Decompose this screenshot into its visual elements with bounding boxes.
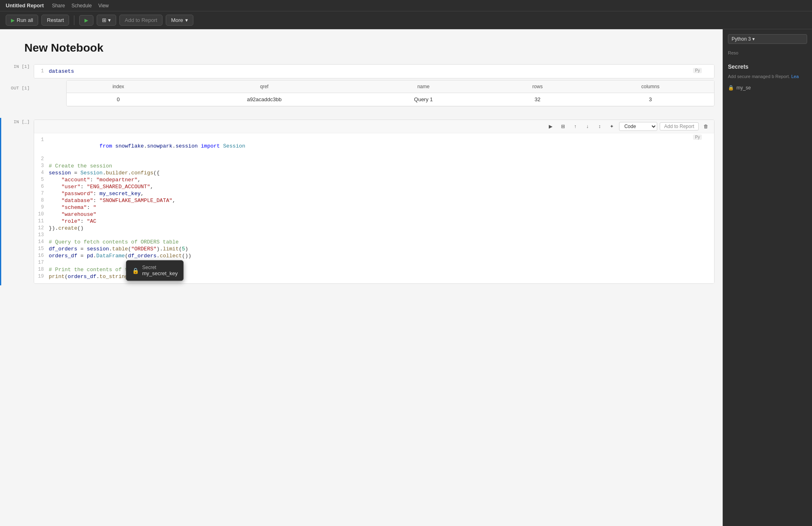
right-panel: Python 3 ▾ Reso Secrets Add secure manag… xyxy=(723,29,812,526)
code-line-9: 9 "schema": " xyxy=(34,204,714,211)
py-badge-1: Py xyxy=(693,68,702,73)
lock-icon: 🔒 xyxy=(132,267,139,274)
menu-schedule[interactable]: Schedule xyxy=(71,3,92,9)
code-line-6: 6 "user": "ENG_SHARED_ACCOUNT", xyxy=(34,183,714,190)
tooltip-text: Secret my_secret_key xyxy=(142,265,178,276)
run-icon: ▶ xyxy=(84,17,88,23)
cell-2-input-row: IN [_] ▶ ⊞ ↑ ↓ ↕ ✦ Code Markdown xyxy=(0,118,723,285)
play-icon: ▶ xyxy=(11,17,15,23)
run-cell-btn[interactable]: ▶ xyxy=(546,122,556,131)
move-down-btn[interactable]: ↓ xyxy=(582,122,592,131)
code-line-12: 12 }).create() xyxy=(34,225,714,232)
notebook-title: New Notebook xyxy=(24,41,698,54)
notebook-area: New Notebook IN [1] 1 datasets Py xyxy=(0,29,723,526)
add-cell-button[interactable]: ⊞ ▾ xyxy=(97,15,116,26)
window-title: Untitled Report xyxy=(6,2,44,9)
cell-add-report-btn[interactable]: Add to Report xyxy=(660,122,699,130)
col-columns: columns xyxy=(587,80,714,93)
resource-label: Reso xyxy=(728,50,807,55)
secret-name: my_se xyxy=(736,85,751,91)
col-name: name xyxy=(359,80,489,93)
code-line-2: 2 xyxy=(34,156,714,163)
secret-tooltip: 🔒 Secret my_secret_key xyxy=(126,260,184,281)
tooltip-value: my_secret_key xyxy=(142,270,178,276)
menu-share[interactable]: Share xyxy=(52,3,65,9)
output-table: index qref name rows columns 0 a92acaddc… xyxy=(67,80,714,106)
add-below-btn[interactable]: ⊞ xyxy=(558,122,568,131)
code-line-3: 3 # Create the session xyxy=(34,163,714,170)
collapse-btn[interactable]: ↕ xyxy=(595,122,604,131)
py-badge-2: Py xyxy=(693,135,702,140)
output-table-container: index qref name rows columns 0 a92acaddc… xyxy=(66,80,715,107)
cell-rows: 32 xyxy=(488,93,587,106)
code-line-11: 11 "role": "AC xyxy=(34,218,714,225)
python-label: Python 3 xyxy=(732,36,751,42)
cell-1-content[interactable]: 1 datasets Py xyxy=(34,64,715,78)
secrets-desc: Add secure managed b Report. Lea xyxy=(728,73,807,80)
secrets-learn-link[interactable]: Lea xyxy=(791,74,799,79)
lock-small-icon: 🔒 xyxy=(728,85,734,91)
out-label-1: OUT [1] xyxy=(1,80,34,110)
cell-2: IN [_] ▶ ⊞ ↑ ↓ ↕ ✦ Code Markdown xyxy=(0,118,723,285)
col-index: index xyxy=(67,80,170,93)
secrets-section: Secrets Add secure managed b Report. Lea… xyxy=(728,63,807,92)
tooltip-label: Secret xyxy=(142,265,178,270)
code-line-10: 10 "warehouse" xyxy=(34,211,714,218)
move-up-btn[interactable]: ↑ xyxy=(570,122,580,131)
table-header-row: index qref name rows columns xyxy=(67,80,714,93)
secrets-title: Secrets xyxy=(728,63,807,70)
cell-1: IN [1] 1 datasets Py OUT [1] xyxy=(0,63,723,110)
cell-1-output-row: OUT [1] index qref name rows columns xyxy=(0,80,723,110)
cell-1-code: 1 datasets xyxy=(34,65,714,78)
plus-icon: ⊞ ▾ xyxy=(102,17,111,23)
more-button[interactable]: More ▾ xyxy=(166,15,193,26)
delete-cell-btn[interactable]: 🗑 xyxy=(701,122,711,131)
code-line-8: 8 "database": "SNOWFLAKE_SAMPLE_DATA", xyxy=(34,197,714,204)
cell-index: 0 xyxy=(67,93,170,106)
line-num-1: 1 xyxy=(34,68,49,74)
titlebar-menu: Share Schedule View xyxy=(52,3,109,9)
python-version-selector[interactable]: Python 3 ▾ xyxy=(728,34,807,44)
code-line-5: 5 "account": "modepartner", xyxy=(34,176,714,183)
code-line-13: 13 xyxy=(34,232,714,239)
col-rows: rows xyxy=(488,80,587,93)
add-to-report-button[interactable]: Add to Report xyxy=(119,15,162,26)
chevron-down-icon: ▾ xyxy=(185,17,188,23)
titlebar: Untitled Report Share Schedule View xyxy=(0,0,812,11)
code-line-15: 15 df_orders = session.table("ORDERS").l… xyxy=(34,246,714,252)
table-row: 0 a92acaddc3bb Query 1 32 3 xyxy=(67,93,714,106)
toolbar-separator xyxy=(74,15,74,25)
run-cell-button[interactable]: ▶ xyxy=(79,15,93,26)
code-line-1: 1 datasets xyxy=(34,68,714,75)
cell-2-content[interactable]: ▶ ⊞ ↑ ↓ ↕ ✦ Code Markdown Add to Report … xyxy=(34,120,715,284)
code-line-4: 4 session = Session.builder.configs({ xyxy=(34,170,714,176)
cell-2-in-label: IN [_] xyxy=(1,118,34,285)
code-line-14: 14 # Query to fetch contents of ORDERS t… xyxy=(34,239,714,246)
cell-separator xyxy=(0,110,723,118)
python-selector-section: Python 3 ▾ xyxy=(728,34,807,44)
cell-name: Query 1 xyxy=(359,93,489,106)
toolbar: ▶ Run all Restart ▶ ⊞ ▾ Add to Report Mo… xyxy=(0,11,812,29)
cell-1-input-row: IN [1] 1 datasets Py xyxy=(0,63,723,80)
expand-btn[interactable]: ✦ xyxy=(607,122,617,131)
resource-section: Reso xyxy=(728,50,807,55)
cell-qref: a92acaddc3bb xyxy=(170,93,358,106)
code-line-16: 16 orders_df = pd.DataFrame(df_orders.co… xyxy=(34,252,714,259)
cell-type-selector[interactable]: Code Markdown xyxy=(619,122,657,131)
line-content-1: datasets xyxy=(49,68,714,74)
cell-1-in-label: IN [1] xyxy=(1,63,34,80)
secret-item: 🔒 my_se xyxy=(728,83,807,92)
cell-columns: 3 xyxy=(587,93,714,106)
run-all-button[interactable]: ▶ Run all xyxy=(6,15,38,26)
code-line-1: 1 from snowflake.snowpark.session import… xyxy=(34,137,714,156)
col-qref: qref xyxy=(170,80,358,93)
menu-view[interactable]: View xyxy=(98,3,109,9)
notebook-header: New Notebook xyxy=(0,29,723,63)
restart-button[interactable]: Restart xyxy=(41,15,69,26)
code-line-7: 7 "password": my_secret_key, xyxy=(34,190,714,197)
chevron-down-icon: ▾ xyxy=(752,36,755,42)
main-layout: New Notebook IN [1] 1 datasets Py xyxy=(0,29,812,526)
cell-2-toolbar: ▶ ⊞ ↑ ↓ ↕ ✦ Code Markdown Add to Report … xyxy=(34,120,714,133)
